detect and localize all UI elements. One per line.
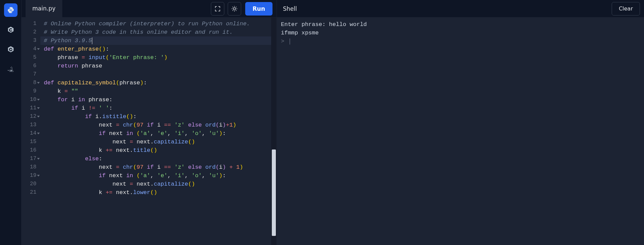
run-button-label: Run [253, 5, 265, 12]
code-line[interactable]: # Write Python 3 code in this online edi… [40, 28, 277, 36]
line-number: 13 [22, 121, 40, 129]
code-line[interactable]: k = "" [40, 87, 277, 96]
code-line[interactable]: next = next.capitalize() [40, 180, 277, 188]
rail-java[interactable] [4, 62, 18, 76]
line-number: 21 [22, 188, 40, 197]
scrollbar-thumb[interactable] [272, 149, 276, 236]
rail-cpp[interactable] [4, 43, 18, 56]
code-line[interactable]: def enter_phrase(): [40, 45, 277, 53]
code-line[interactable]: next = next.capitalize() [40, 138, 277, 146]
fullscreen-icon [214, 5, 221, 12]
clear-button-label: Clear [619, 5, 633, 12]
line-number: 15 [22, 138, 40, 146]
code-line[interactable] [40, 70, 277, 79]
code-line[interactable]: next = chr(97 if i == 'z' else ord(i) + … [40, 163, 277, 171]
shell-header: Shell Clear [277, 0, 644, 18]
rail-c[interactable] [4, 23, 18, 36]
line-number: 2 [22, 28, 40, 36]
line-number: 3 [22, 36, 40, 45]
editor-pane: main.py Run 1234567891011121314151617181… [22, 0, 277, 245]
line-number: 1 [22, 20, 40, 28]
code-line[interactable]: def capitalize_symbol(phrase): [40, 79, 277, 87]
code-line[interactable]: return phrase [40, 62, 277, 70]
line-number: 9 [22, 87, 40, 96]
editor-tab[interactable]: main.py [26, 0, 62, 18]
shell-title: Shell [281, 5, 297, 12]
code-line[interactable]: if next in ('a', 'e', 'i', 'o', 'u'): [40, 171, 277, 180]
code-area[interactable]: # Online Python compiler (interpreter) t… [40, 18, 277, 245]
clear-button[interactable]: Clear [612, 2, 640, 16]
line-number: 10 [22, 96, 40, 104]
line-number: 12 [22, 112, 40, 121]
code-line[interactable]: next = chr(97 if i == 'z' else ord(i)+1) [40, 121, 277, 129]
line-number: 19 [22, 171, 40, 180]
code-line[interactable]: # Online Python compiler (interpreter) t… [40, 20, 277, 28]
editor-body[interactable]: 123456789101112131415161718192021 # Onli… [22, 18, 277, 245]
svg-point-0 [233, 7, 235, 10]
line-number: 8 [22, 79, 40, 87]
line-number: 4 [22, 45, 40, 53]
line-number: 7 [22, 70, 40, 79]
run-button[interactable]: Run [245, 2, 272, 16]
code-line[interactable]: for i in phrase: [40, 96, 277, 104]
java-icon [7, 65, 14, 73]
cpp-icon [7, 46, 14, 53]
shell-output[interactable]: Enter phrase: hello worldifmmp xpsme> [277, 18, 644, 245]
code-line[interactable]: if i != ' ': [40, 104, 277, 112]
editor-header: main.py Run [22, 0, 277, 18]
shell-line: Enter phrase: hello world [281, 20, 640, 29]
code-line[interactable]: if i.istitle(): [40, 112, 277, 121]
editor-tab-label: main.py [32, 5, 56, 12]
line-number: 5 [22, 53, 40, 62]
code-line[interactable]: k += next.lower() [40, 188, 277, 197]
theme-toggle-button[interactable] [228, 2, 241, 16]
c-icon [7, 26, 14, 33]
editor-scrollbar[interactable] [271, 18, 277, 245]
line-number: 20 [22, 180, 40, 188]
code-line[interactable]: phrase = input('Enter phrase: ') [40, 53, 277, 62]
code-line[interactable]: if next in ('a', 'e', 'i', 'o', 'u'): [40, 129, 277, 138]
rail-python[interactable] [4, 3, 18, 17]
python-icon [7, 6, 14, 14]
shell-prompt[interactable]: > [281, 37, 640, 46]
code-line[interactable]: # Python 3.9.5 [40, 36, 277, 45]
fullscreen-button[interactable] [211, 2, 224, 16]
sun-icon [231, 5, 238, 12]
line-number: 16 [22, 146, 40, 155]
shell-line: ifmmp xpsme [281, 29, 640, 37]
code-line[interactable]: else: [40, 155, 277, 163]
line-number: 11 [22, 104, 40, 112]
line-number: 6 [22, 62, 40, 70]
shell-pane: Shell Clear Enter phrase: hello worldifm… [277, 0, 644, 245]
language-rail [0, 0, 22, 245]
code-line[interactable]: k += next.title() [40, 146, 277, 155]
line-gutter: 123456789101112131415161718192021 [22, 18, 40, 245]
line-number: 14 [22, 129, 40, 138]
line-number: 18 [22, 163, 40, 171]
line-number: 17 [22, 155, 40, 163]
